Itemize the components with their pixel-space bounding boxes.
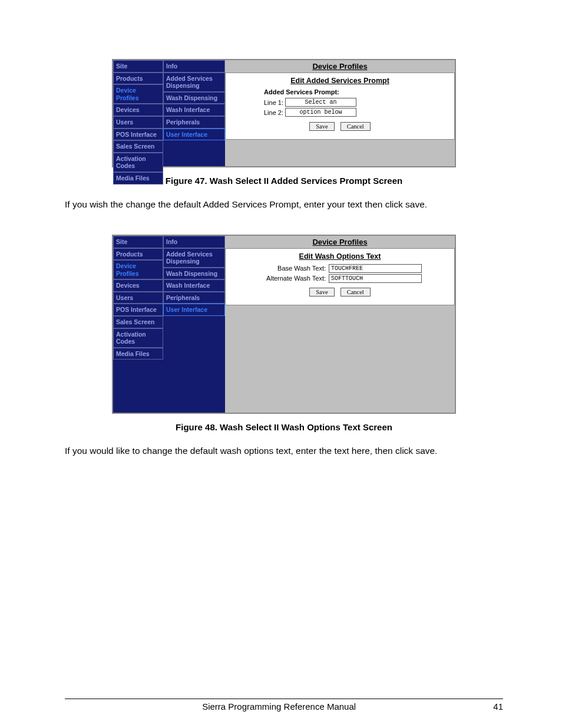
secondary-nav: Info Added Services Dispensing Wash Disp… [163,60,225,166]
alt-wash-label: Alternate Wash Text: [258,275,326,282]
nav-media-files[interactable]: Media Files [113,172,163,185]
footer-page-number: 41 [493,701,503,711]
nav-products[interactable]: Products [113,73,163,85]
secondary-nav: Info Added Services Dispensing Wash Disp… [163,236,225,413]
nav-activation-codes[interactable]: Activation Codes [113,153,163,172]
nav-device-profiles[interactable]: Device Profiles [113,84,163,104]
nav-activation-codes[interactable]: Activation Codes [113,328,163,348]
cancel-button[interactable]: Cancel [340,122,371,131]
footer-title: Sierra Programming Reference Manual [202,701,356,711]
figure-48-window: Site Products Device Profiles Devices Us… [112,235,456,414]
nav2-added-services[interactable]: Added Services Dispensing [163,73,225,92]
nav-devices[interactable]: Devices [113,104,163,116]
primary-nav: Site Products Device Profiles Devices Us… [113,236,163,413]
primary-nav: Site Products Device Profiles Devices Us… [113,60,163,166]
base-wash-label: Base Wash Text: [258,265,326,272]
base-wash-input[interactable] [329,264,422,273]
nav2-user-interface[interactable]: User Interface [163,304,225,316]
nav-media-files[interactable]: Media Files [113,348,163,360]
line1-label: Line 1: [264,99,283,106]
nav-device-profiles[interactable]: Device Profiles [113,260,163,279]
panel-title: Device Profiles [225,236,455,249]
paragraph-1: If you wish the change the default Added… [65,199,503,211]
nav-site[interactable]: Site [113,60,163,73]
paragraph-2: If you would like to change the default … [65,445,503,457]
panel-subtitle: Edit Added Services Prompt [232,77,448,85]
prompt-label: Added Services Prompt: [264,88,339,95]
nav2-peripherals[interactable]: Peripherals [163,292,225,304]
nav-pos-interface[interactable]: POS Interface [113,129,163,141]
panel-subtitle: Edit Wash Options Text [232,252,448,261]
save-button[interactable]: Save [309,122,334,131]
nav-devices[interactable]: Devices [113,279,163,292]
panel-title: Device Profiles [225,60,455,73]
line2-input[interactable] [285,108,356,117]
nav2-added-services[interactable]: Added Services Dispensing [163,248,225,268]
nav2-info[interactable]: Info [163,60,225,73]
line1-input[interactable] [285,98,356,107]
nav-users[interactable]: Users [113,116,163,129]
nav-sales-screen[interactable]: Sales Screen [113,140,163,153]
nav2-wash-dispensing[interactable]: Wash Dispensing [163,92,225,104]
figure-48-caption: Figure 48. Wash Select II Wash Options T… [65,422,503,432]
nav2-wash-interface[interactable]: Wash Interface [163,104,225,116]
nav-products[interactable]: Products [113,248,163,261]
figure-47-window: Site Products Device Profiles Devices Us… [112,59,456,167]
line2-label: Line 2: [264,109,283,116]
nav-sales-screen[interactable]: Sales Screen [113,316,163,328]
cancel-button[interactable]: Cancel [340,288,371,297]
alt-wash-input[interactable] [329,274,422,283]
nav2-info[interactable]: Info [163,236,225,248]
nav2-wash-interface[interactable]: Wash Interface [163,279,225,292]
nav-site[interactable]: Site [113,236,163,248]
nav2-peripherals[interactable]: Peripherals [163,116,225,129]
nav-users[interactable]: Users [113,292,163,304]
page-footer: Sierra Programming Reference Manual 41 [65,699,503,711]
nav2-wash-dispensing[interactable]: Wash Dispensing [163,268,225,280]
nav2-user-interface[interactable]: User Interface [163,129,225,141]
nav-pos-interface[interactable]: POS Interface [113,304,163,316]
save-button[interactable]: Save [309,288,334,297]
